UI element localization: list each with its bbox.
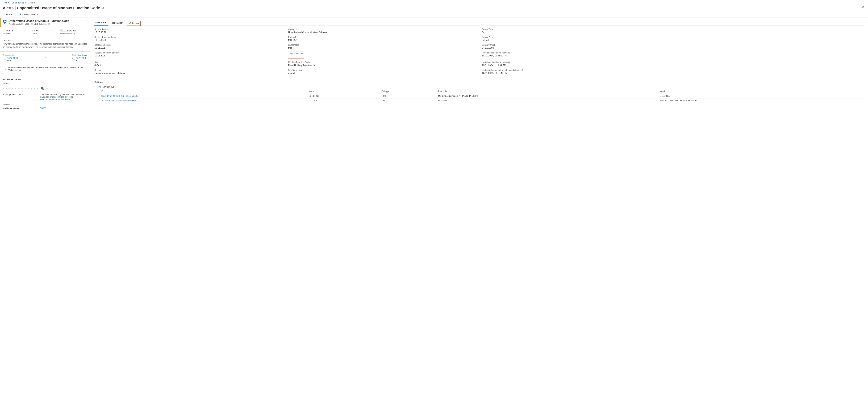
entity-id-link[interactable]: 96730f5e-3cc1-41fd-aacc-f7edbcb57511 bbox=[101, 99, 138, 102]
entity-subtype: PLC bbox=[380, 98, 436, 103]
source-device-ip[interactable]: 10.10.10.22 bbox=[7, 57, 18, 59]
devices-section: Source device 10.10.10.22 HMI → Destinat… bbox=[0, 52, 90, 63]
detail-cell: Destination device10.11.50.1 bbox=[94, 44, 284, 49]
tab-take-action[interactable]: Take action bbox=[112, 21, 124, 26]
download-pcap-button[interactable]: Download PCAP bbox=[19, 13, 39, 16]
detail-cell: SensorVersion24.1.5.3689 bbox=[482, 44, 672, 49]
refresh-icon bbox=[3, 13, 5, 15]
detail-value: default bbox=[94, 64, 284, 66]
clock-icon: 🕒 bbox=[60, 29, 63, 32]
last-detection-label: Last detection bbox=[60, 33, 72, 35]
tactics-label: Tactics bbox=[3, 83, 87, 85]
devices-count-label: Devices (2) bbox=[102, 86, 114, 88]
detail-cell: CategoryUnauthorized Communication Behav… bbox=[288, 28, 478, 33]
tactic-dot bbox=[6, 88, 7, 89]
detail-value: 10/31/2024, 12:51:29 PM bbox=[482, 54, 672, 57]
detail-value: default bbox=[288, 72, 478, 74]
detail-key: SensorZone bbox=[482, 36, 672, 38]
destination-device-ip[interactable]: 10.11.50.1 bbox=[76, 57, 86, 59]
description-label: Description bbox=[3, 39, 87, 42]
description-text: New traffic parameters were detected. Th… bbox=[3, 42, 87, 49]
col-subtype[interactable]: Subtype bbox=[380, 89, 436, 94]
tab-violations[interactable]: Violations bbox=[129, 22, 139, 25]
detail-cell: ProtocolMODBUS bbox=[288, 36, 478, 41]
status-value[interactable]: New bbox=[34, 29, 38, 32]
chevron-down-icon[interactable]: ⌄ bbox=[39, 30, 41, 32]
detail-key: Protocol bbox=[288, 36, 478, 38]
detail-value: Read Holding Registers (3) bbox=[288, 64, 478, 66]
col-name[interactable]: Name bbox=[307, 89, 380, 94]
detail-value: idoscapa-amitcohen-violations bbox=[94, 72, 284, 74]
info-icon[interactable]: i bbox=[72, 33, 75, 35]
detail-key: ViolationCount bbox=[289, 53, 303, 55]
destination-device-type: PLC bbox=[76, 59, 86, 61]
more-icon[interactable]: · · · bbox=[106, 7, 110, 9]
chevron-down-icon[interactable]: ⌄ bbox=[94, 86, 97, 88]
detail-value: 10.10.10.22 bbox=[94, 31, 284, 33]
warning-icon: ▲ bbox=[3, 29, 5, 32]
detail-value: Unauthorized Communication Behavior bbox=[288, 31, 478, 33]
detail-value: 10/31/2024, 11:12:44 PM bbox=[482, 72, 672, 74]
tactic-name: Impair process control bbox=[3, 93, 37, 100]
detail-value: true bbox=[288, 46, 478, 49]
detail-cell: Source device address10.10.10.22 bbox=[94, 36, 284, 41]
sparkle-icon: ✦ bbox=[31, 30, 33, 32]
detail-cell: SiteDisplayNamedefault bbox=[288, 69, 478, 74]
alert-name: Unpermitted Usage of Modbus Function Cod… bbox=[9, 20, 69, 23]
detail-cell: Sensoridoscapa-amitcohen-violations bbox=[94, 69, 284, 74]
tactic-dot bbox=[22, 88, 23, 89]
detail-value: 10.11.50.1 bbox=[94, 46, 284, 49]
tactic-active-icon[interactable] bbox=[40, 86, 44, 91]
detail-value: 24.1.5.3689 bbox=[482, 46, 672, 49]
severity-label: Severity bbox=[3, 33, 26, 35]
toolbar-separator bbox=[17, 13, 17, 16]
download-icon bbox=[19, 13, 22, 15]
refresh-button[interactable]: Refresh bbox=[3, 13, 14, 16]
detail-cell: SensorZonedefault bbox=[482, 36, 672, 41]
col-vendor[interactable]: Vendor bbox=[658, 89, 865, 94]
detail-cell bbox=[676, 61, 865, 66]
detail-key: First detection (in the network) bbox=[482, 52, 672, 54]
detail-value: Ot bbox=[482, 31, 672, 33]
detail-key: isLearnable bbox=[288, 44, 478, 46]
detail-value: default bbox=[482, 39, 672, 41]
detail-cell bbox=[676, 52, 865, 59]
collapse-panel-icon[interactable]: « bbox=[87, 20, 88, 22]
col-id[interactable]: ID bbox=[99, 89, 307, 94]
detail-cell: Last detection (in the network)10/31/202… bbox=[482, 61, 672, 66]
close-icon[interactable]: ✕ bbox=[862, 5, 864, 8]
detail-key: Site bbox=[94, 61, 284, 64]
toolbar: Refresh Download PCAP bbox=[0, 12, 868, 18]
detail-cell bbox=[676, 28, 865, 33]
entity-id-link[interactable]: c6ac287f-e108-4b71-b807-a6ccf4c3ef8e bbox=[101, 95, 138, 97]
alert-detail-panel: Alert details Take action Violations Sou… bbox=[90, 18, 868, 113]
severity-value[interactable]: Medium bbox=[6, 29, 14, 32]
detail-cell: Destination device address10.11.50.1 bbox=[94, 52, 284, 59]
entity-name: 10.11.50.1 bbox=[307, 98, 380, 103]
plc-device-icon bbox=[72, 57, 75, 60]
detail-key: Sensor bbox=[94, 69, 284, 71]
chevron-down-icon[interactable]: ⌄ bbox=[15, 30, 17, 32]
mitre-read-more-link[interactable]: read more on attack.mitre.org ⧉ bbox=[40, 98, 70, 100]
entities-heading: Entities bbox=[94, 81, 865, 83]
col-protocols[interactable]: Protocols bbox=[436, 89, 658, 94]
tactic-dot bbox=[37, 88, 38, 89]
tactic-dot bbox=[15, 88, 16, 89]
tactic-dot bbox=[9, 88, 10, 89]
breadcrumb-defender[interactable]: Defender for IoT | Alerts bbox=[11, 1, 35, 4]
detail-value: 10.10.10.22 bbox=[94, 39, 284, 41]
detail-cell: Sitedefault bbox=[94, 61, 284, 66]
technique-id-link[interactable]: T0836 ⧉ bbox=[40, 107, 48, 110]
table-row[interactable]: c6ac287f-e108-4b71-b807-a6ccf4c3ef8e10.1… bbox=[99, 94, 865, 98]
tactic-dot bbox=[12, 88, 13, 89]
entity-protocols: MODBUS, Siemens S7, RPC, SNMP, ICMP bbox=[436, 94, 658, 98]
breadcrumb-home[interactable]: Home bbox=[3, 1, 9, 4]
table-row[interactable]: 96730f5e-3cc1-41fd-aacc-f7edbcb5751110.1… bbox=[99, 98, 865, 103]
svg-rect-2 bbox=[5, 22, 5, 22]
detail-key: Source device bbox=[94, 28, 284, 31]
violations-banner: 🛡 Multiple violations have been detected… bbox=[3, 65, 87, 73]
detail-cell: Modbus Function CodeRead Holding Registe… bbox=[288, 61, 478, 66]
pin-icon[interactable] bbox=[102, 7, 104, 9]
tab-alert-details[interactable]: Alert details bbox=[94, 20, 108, 26]
download-label: Download PCAP bbox=[23, 13, 39, 16]
